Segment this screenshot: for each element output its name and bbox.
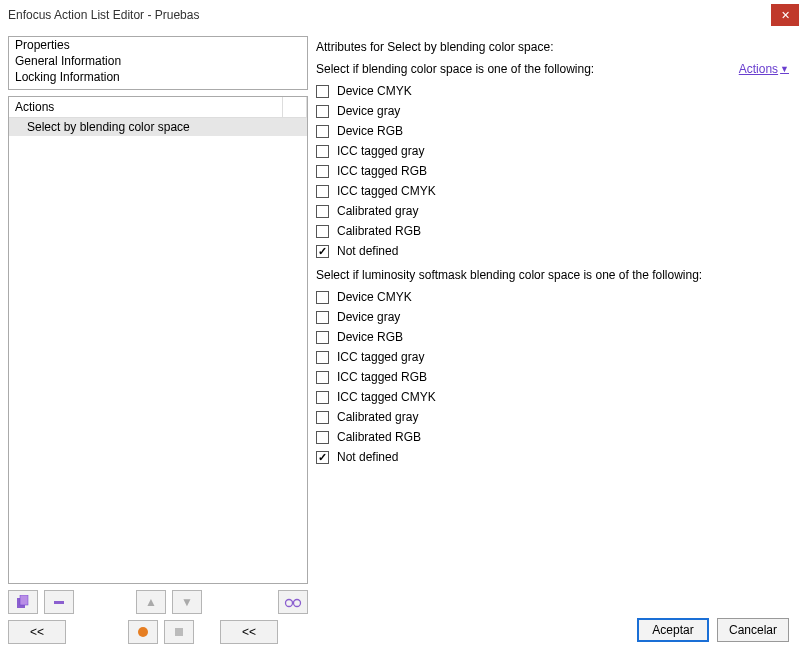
check2-icc-cmyk[interactable]: ICC tagged CMYK xyxy=(316,390,789,404)
footer-buttons: Aceptar Cancelar xyxy=(316,612,789,650)
check-label: Device CMYK xyxy=(337,290,412,304)
check2-icc-rgb[interactable]: ICC tagged RGB xyxy=(316,370,789,384)
check-label: Calibrated RGB xyxy=(337,430,421,444)
checkbox[interactable] xyxy=(316,125,329,138)
check-label: ICC tagged CMYK xyxy=(337,390,436,404)
check-icc-cmyk[interactable]: ICC tagged CMYK xyxy=(316,184,789,198)
check-icc-rgb[interactable]: ICC tagged RGB xyxy=(316,164,789,178)
check-label: ICC tagged CMYK xyxy=(337,184,436,198)
checkbox[interactable] xyxy=(316,451,329,464)
checkbox[interactable] xyxy=(316,291,329,304)
next-button[interactable]: << xyxy=(220,620,278,644)
actions-dropdown-link[interactable]: Actions ▼ xyxy=(739,62,789,76)
group1-label: Select if blending color space is one of… xyxy=(316,62,594,76)
check-label: Device CMYK xyxy=(337,84,412,98)
checkbox[interactable] xyxy=(316,145,329,158)
check-label: ICC tagged gray xyxy=(337,144,424,158)
subheader-row-1: Select if blending color space is one of… xyxy=(316,62,789,76)
check-label: ICC tagged RGB xyxy=(337,164,427,178)
group1-checks: Device CMYK Device gray Device RGB ICC t… xyxy=(316,84,789,258)
actions-header-label[interactable]: Actions xyxy=(9,97,283,117)
check-label: ICC tagged RGB xyxy=(337,370,427,384)
check-cal-rgb[interactable]: Calibrated RGB xyxy=(316,224,789,238)
check2-cal-gray[interactable]: Calibrated gray xyxy=(316,410,789,424)
svg-point-4 xyxy=(294,600,301,607)
glasses-icon xyxy=(284,596,302,608)
checkbox[interactable] xyxy=(316,351,329,364)
check-label: Calibrated gray xyxy=(337,204,418,218)
prev-button[interactable]: << xyxy=(8,620,66,644)
checkbox[interactable] xyxy=(316,105,329,118)
checkbox[interactable] xyxy=(316,205,329,218)
check-device-cmyk[interactable]: Device CMYK xyxy=(316,84,789,98)
accept-button[interactable]: Aceptar xyxy=(637,618,709,642)
svg-rect-6 xyxy=(175,628,183,636)
check-cal-gray[interactable]: Calibrated gray xyxy=(316,204,789,218)
cancel-button[interactable]: Cancelar xyxy=(717,618,789,642)
check-icc-gray[interactable]: ICC tagged gray xyxy=(316,144,789,158)
checkbox[interactable] xyxy=(316,411,329,424)
checkbox[interactable] xyxy=(316,85,329,98)
stop-icon xyxy=(173,626,185,638)
checkbox[interactable] xyxy=(316,331,329,344)
arrow-down-icon: ▼ xyxy=(181,595,193,609)
properties-item[interactable]: Properties xyxy=(9,37,307,53)
checkbox[interactable] xyxy=(316,225,329,238)
checkbox[interactable] xyxy=(316,431,329,444)
check-label: Calibrated gray xyxy=(337,410,418,424)
duplicate-icon xyxy=(16,595,30,609)
checkbox[interactable] xyxy=(316,185,329,198)
check2-device-gray[interactable]: Device gray xyxy=(316,310,789,324)
checkbox[interactable] xyxy=(316,311,329,324)
view-button[interactable] xyxy=(278,590,308,614)
close-button[interactable]: ✕ xyxy=(771,4,799,26)
duplicate-button[interactable] xyxy=(8,590,38,614)
left-column: Properties General Information Locking I… xyxy=(8,36,308,650)
check2-device-rgb[interactable]: Device RGB xyxy=(316,330,789,344)
stop-button[interactable] xyxy=(164,620,194,644)
record-button[interactable] xyxy=(128,620,158,644)
check2-cal-rgb[interactable]: Calibrated RGB xyxy=(316,430,789,444)
check-label: ICC tagged gray xyxy=(337,350,424,364)
svg-point-3 xyxy=(286,600,293,607)
close-icon: ✕ xyxy=(781,9,790,22)
check2-not-defined[interactable]: Not defined xyxy=(316,450,789,464)
checkbox[interactable] xyxy=(316,371,329,384)
double-left-icon: << xyxy=(30,625,44,639)
record-icon xyxy=(137,626,149,638)
properties-item[interactable]: General Information xyxy=(9,53,307,69)
titlebar: Enfocus Action List Editor - Pruebas ✕ xyxy=(0,0,799,30)
content: Properties General Information Locking I… xyxy=(0,30,799,650)
check-not-defined[interactable]: Not defined xyxy=(316,244,789,258)
check-device-rgb[interactable]: Device RGB xyxy=(316,124,789,138)
left-toolbar: ▲ ▼ << xyxy=(8,590,308,650)
actions-link-text: Actions xyxy=(739,62,778,76)
checkbox[interactable] xyxy=(316,245,329,258)
window-title: Enfocus Action List Editor - Pruebas xyxy=(8,8,199,22)
move-up-button[interactable]: ▲ xyxy=(136,590,166,614)
action-row[interactable]: Select by blending color space xyxy=(9,118,307,136)
svg-point-5 xyxy=(138,627,148,637)
group2-label: Select if luminosity softmask blending c… xyxy=(316,268,789,282)
properties-item[interactable]: Locking Information xyxy=(9,69,307,85)
check-label: Device gray xyxy=(337,104,400,118)
check-device-gray[interactable]: Device gray xyxy=(316,104,789,118)
check-label: Device RGB xyxy=(337,124,403,138)
check-label: Not defined xyxy=(337,450,398,464)
check-label: Device RGB xyxy=(337,330,403,344)
caret-down-icon: ▼ xyxy=(780,64,789,74)
move-down-button[interactable]: ▼ xyxy=(172,590,202,614)
remove-button[interactable] xyxy=(44,590,74,614)
minus-icon xyxy=(52,595,66,609)
check-label: Calibrated RGB xyxy=(337,224,421,238)
properties-listbox[interactable]: Properties General Information Locking I… xyxy=(8,36,308,90)
svg-rect-1 xyxy=(20,595,28,605)
actions-header-aux[interactable] xyxy=(283,97,307,117)
checkbox[interactable] xyxy=(316,165,329,178)
attributes-title: Attributes for Select by blending color … xyxy=(316,40,789,54)
checkbox[interactable] xyxy=(316,391,329,404)
check2-icc-gray[interactable]: ICC tagged gray xyxy=(316,350,789,364)
check2-device-cmyk[interactable]: Device CMYK xyxy=(316,290,789,304)
actions-body[interactable]: Select by blending color space xyxy=(9,118,307,583)
svg-rect-2 xyxy=(54,601,64,604)
